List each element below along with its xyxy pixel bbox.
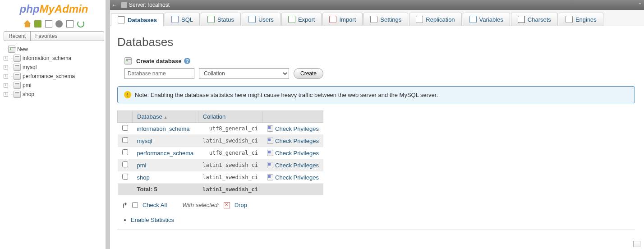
expand-icon[interactable]: + xyxy=(4,65,8,69)
table-row: performance_schemautf8_general_ciCheck P… xyxy=(118,147,323,159)
tree-new-label: New xyxy=(17,46,28,52)
row-checkbox[interactable] xyxy=(122,149,128,155)
row-collation: utf8_general_ci xyxy=(198,123,262,135)
tab-charsets[interactable]: Charsets xyxy=(511,13,558,26)
replication-icon xyxy=(416,16,423,23)
tree-line-icon xyxy=(4,49,7,49)
create-button[interactable]: Create xyxy=(294,68,323,79)
expand-icon[interactable]: + xyxy=(4,92,8,97)
logout-icon[interactable] xyxy=(34,20,41,28)
col-database[interactable]: Database▲ xyxy=(133,111,198,123)
check-privileges-link[interactable]: Check Privileges xyxy=(275,162,319,169)
enable-statistics-link[interactable]: Enable Statistics xyxy=(131,217,635,223)
refresh-icon[interactable] xyxy=(77,20,84,28)
row-checkbox[interactable] xyxy=(122,161,128,167)
expand-icon[interactable]: + xyxy=(4,83,8,88)
navi-settings-icon[interactable] xyxy=(55,20,63,28)
db-name-link[interactable]: pmi xyxy=(137,162,147,169)
sidebar-resizer[interactable] xyxy=(106,0,110,249)
tree-db-item[interactable]: +pmi xyxy=(4,81,104,90)
server-label: Server: xyxy=(129,2,147,8)
database-icon xyxy=(118,16,125,23)
tab-export[interactable]: Export xyxy=(281,13,322,26)
new-db-icon xyxy=(8,46,15,53)
check-all-checkbox[interactable] xyxy=(132,202,138,208)
db-name-link[interactable]: shop xyxy=(137,174,150,181)
db-name-link[interactable]: information_schema xyxy=(137,125,190,132)
tab-label: Status xyxy=(217,16,234,23)
privileges-icon xyxy=(267,174,273,180)
table-row: mysqllatin1_swedish_ciCheck Privileges xyxy=(118,135,323,147)
db-name-input[interactable] xyxy=(124,68,194,79)
back-icon[interactable]: ← xyxy=(112,2,117,8)
tree-db-label: mysql xyxy=(23,64,37,70)
tab-sql[interactable]: SQL xyxy=(165,13,200,26)
tab-label: Settings xyxy=(380,16,401,23)
database-icon xyxy=(14,73,21,80)
reload-frame-icon[interactable] xyxy=(66,20,74,28)
warning-alert: ! Note: Enabling the database statistics… xyxy=(117,86,635,103)
home-icon[interactable] xyxy=(23,20,31,28)
col-collation[interactable]: Collation xyxy=(198,111,262,123)
logo-my: My xyxy=(39,3,54,15)
tree-db-item[interactable]: +mysql xyxy=(4,63,104,72)
sidebar-toolbar xyxy=(0,18,108,29)
database-icon xyxy=(14,64,21,71)
tab-databases[interactable]: Databases xyxy=(111,13,164,26)
row-checkbox[interactable] xyxy=(122,125,128,131)
sql-icon xyxy=(171,16,179,23)
breadcrumb[interactable]: Server: localhost xyxy=(121,2,170,8)
expand-icon[interactable]: + xyxy=(4,56,8,60)
tab-recent[interactable]: Recent xyxy=(4,32,31,41)
tab-engines[interactable]: Engines xyxy=(559,13,603,26)
tab-users[interactable]: Users xyxy=(242,13,281,26)
tree-db-item[interactable]: +information_schema xyxy=(4,54,104,63)
topbar: ← Server: localhost ⌃ xyxy=(108,0,644,10)
charsets-icon xyxy=(518,16,525,23)
db-name-link[interactable]: performance_schema xyxy=(137,150,194,157)
database-icon xyxy=(14,82,21,89)
row-collation: latin1_swedish_ci xyxy=(198,171,262,184)
import-icon xyxy=(329,16,336,23)
tab-variables[interactable]: Variables xyxy=(463,13,510,26)
row-checkbox[interactable] xyxy=(122,137,128,143)
warning-icon: ! xyxy=(124,91,131,98)
check-privileges-link[interactable]: Check Privileges xyxy=(275,174,319,181)
help-icon[interactable]: ? xyxy=(184,58,190,64)
tab-label: Import xyxy=(339,16,356,23)
tab-replication[interactable]: Replication xyxy=(409,13,461,26)
drop-link[interactable]: Drop xyxy=(235,202,247,208)
settings-icon xyxy=(370,16,377,23)
logo-php: php xyxy=(20,3,40,15)
tab-favorites[interactable]: Favorites xyxy=(31,32,62,41)
docs-icon[interactable] xyxy=(45,20,52,28)
engines-icon xyxy=(566,16,573,23)
check-privileges-link[interactable]: Check Privileges xyxy=(275,125,319,132)
check-privileges-link[interactable]: Check Privileges xyxy=(275,138,319,144)
recent-favorites-tabs: Recent Favorites xyxy=(4,31,104,41)
tree-new[interactable]: New xyxy=(4,45,104,54)
tree-db-item[interactable]: +shop xyxy=(4,90,104,99)
tab-label: Variables xyxy=(479,16,503,23)
footer-total: Total: 5 xyxy=(133,184,198,195)
check-privileges-link[interactable]: Check Privileges xyxy=(275,150,319,157)
collapse-icon[interactable]: ⌃ xyxy=(638,2,642,8)
tab-settings[interactable]: Settings xyxy=(363,13,408,26)
db-tree: New +information_schema+mysql+performanc… xyxy=(0,43,108,101)
tree-db-label: performance_schema xyxy=(23,73,75,79)
tab-import[interactable]: Import xyxy=(322,13,363,26)
collation-select[interactable]: Collation xyxy=(199,68,289,79)
db-name-link[interactable]: mysql xyxy=(137,138,152,144)
tree-db-item[interactable]: +performance_schema xyxy=(4,72,104,81)
expand-icon[interactable]: + xyxy=(4,74,8,78)
console-toggle-icon[interactable] xyxy=(633,241,640,247)
tree-line-icon xyxy=(9,58,13,58)
tab-status[interactable]: Status xyxy=(201,13,241,26)
tree-db-label: information_schema xyxy=(23,55,71,61)
row-checkbox[interactable] xyxy=(122,174,128,180)
tab-label: Engines xyxy=(575,16,597,23)
check-all-link[interactable]: Check All xyxy=(143,202,167,208)
logo[interactable]: phpMyAdmin xyxy=(0,0,108,18)
page-title: Databases xyxy=(117,35,635,49)
export-icon xyxy=(288,16,295,23)
